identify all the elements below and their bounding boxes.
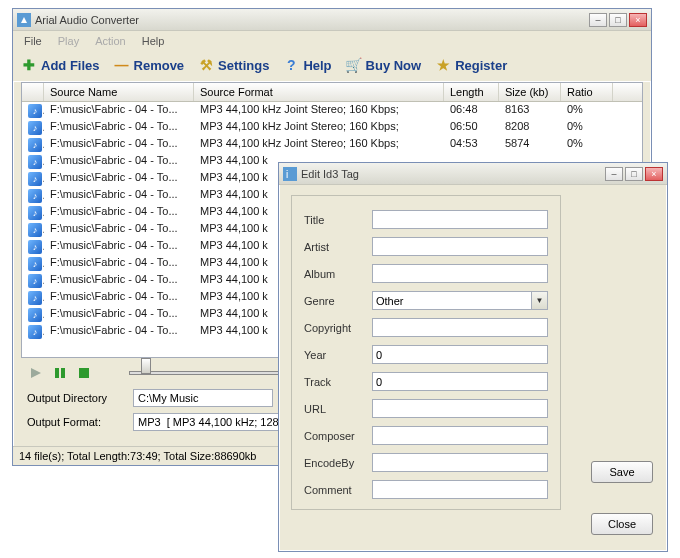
genre-select[interactable]: Other <box>372 291 548 310</box>
svg-rect-2 <box>61 368 65 378</box>
cell-source-name: F:\music\Fabric - 04 - To... <box>44 204 194 221</box>
menu-help[interactable]: Help <box>135 33 172 49</box>
col-source-format[interactable]: Source Format <box>194 83 444 101</box>
svg-rect-3 <box>79 368 89 378</box>
play-button[interactable] <box>27 364 45 382</box>
main-titlebar[interactable]: Arial Audio Converter – □ × <box>13 9 651 31</box>
minimize-button[interactable]: – <box>589 13 607 27</box>
maximize-button[interactable]: □ <box>609 13 627 27</box>
artist-input[interactable] <box>372 237 548 256</box>
dialog-titlebar[interactable]: i Edit Id3 Tag – □ × <box>279 163 667 185</box>
cell-length: 06:48 <box>444 102 499 119</box>
copyright-input[interactable] <box>372 318 548 337</box>
id3-form: Title Artist Album Genre Other ▼ Copyrig… <box>291 195 561 510</box>
add-files-label: Add Files <box>41 58 100 73</box>
music-file-icon: ♪ <box>28 121 42 135</box>
col-size[interactable]: Size (kb) <box>499 83 561 101</box>
music-file-icon: ♪ <box>28 223 42 237</box>
dialog-title: Edit Id3 Tag <box>301 168 601 180</box>
col-length[interactable]: Length <box>444 83 499 101</box>
help-button[interactable]: ? Help <box>283 57 331 73</box>
encodeby-label: EncodeBy <box>304 457 368 469</box>
cell-source-name: F:\music\Fabric - 04 - To... <box>44 221 194 238</box>
register-icon: ★ <box>435 57 451 73</box>
help-label: Help <box>303 58 331 73</box>
save-button[interactable]: Save <box>591 461 653 483</box>
dropdown-arrow-icon[interactable]: ▼ <box>531 292 547 309</box>
copyright-label: Copyright <box>304 322 368 334</box>
music-file-icon: ♪ <box>28 325 42 339</box>
list-header[interactable]: Source Name Source Format Length Size (k… <box>22 83 642 102</box>
col-icon[interactable] <box>22 83 44 101</box>
col-ratio[interactable]: Ratio <box>561 83 613 101</box>
music-file-icon: ♪ <box>28 138 42 152</box>
settings-button[interactable]: ⚒ Settings <box>198 57 269 73</box>
comment-input[interactable] <box>372 480 548 499</box>
composer-input[interactable] <box>372 426 548 445</box>
cell-source-name: F:\music\Fabric - 04 - To... <box>44 119 194 136</box>
cell-ratio: 0% <box>561 119 613 136</box>
cell-source-name: F:\music\Fabric - 04 - To... <box>44 153 194 170</box>
dialog-minimize-button[interactable]: – <box>605 167 623 181</box>
music-file-icon: ♪ <box>28 172 42 186</box>
cell-ratio: 0% <box>561 136 613 153</box>
menubar: File Play Action Help <box>13 31 651 51</box>
music-file-icon: ♪ <box>28 240 42 254</box>
title-input[interactable] <box>372 210 548 229</box>
dialog-close-button[interactable]: × <box>645 167 663 181</box>
music-file-icon: ♪ <box>28 274 42 288</box>
album-label: Album <box>304 268 368 280</box>
buy-label: Buy Now <box>366 58 422 73</box>
music-file-icon: ♪ <box>28 257 42 271</box>
track-input[interactable] <box>372 372 548 391</box>
settings-label: Settings <box>218 58 269 73</box>
cell-source-name: F:\music\Fabric - 04 - To... <box>44 136 194 153</box>
cell-source-name: F:\music\Fabric - 04 - To... <box>44 187 194 204</box>
svg-rect-1 <box>55 368 59 378</box>
music-file-icon: ♪ <box>28 189 42 203</box>
dialog-icon: i <box>283 167 297 181</box>
output-dir-input[interactable] <box>133 389 273 407</box>
composer-label: Composer <box>304 430 368 442</box>
year-input[interactable] <box>372 345 548 364</box>
music-file-icon: ♪ <box>28 291 42 305</box>
buy-now-button[interactable]: 🛒 Buy Now <box>346 57 422 73</box>
cell-ratio: 0% <box>561 102 613 119</box>
remove-label: Remove <box>134 58 185 73</box>
svg-text:i: i <box>286 169 288 180</box>
cell-source-format: MP3 44,100 kHz Joint Stereo; 160 Kbps; <box>194 136 444 153</box>
col-source-name[interactable]: Source Name <box>44 83 194 101</box>
toolbar: ✚ Add Files — Remove ⚒ Settings ? Help 🛒… <box>13 51 651 82</box>
cell-source-name: F:\music\Fabric - 04 - To... <box>44 323 194 340</box>
url-input[interactable] <box>372 399 548 418</box>
dialog-maximize-button[interactable]: □ <box>625 167 643 181</box>
music-file-icon: ♪ <box>28 104 42 118</box>
pause-button[interactable] <box>51 364 69 382</box>
close-dialog-button[interactable]: Close <box>591 513 653 535</box>
close-button[interactable]: × <box>629 13 647 27</box>
album-input[interactable] <box>372 264 548 283</box>
register-button[interactable]: ★ Register <box>435 57 507 73</box>
cell-size: 8208 <box>499 119 561 136</box>
list-item[interactable]: ♪F:\music\Fabric - 04 - To...MP3 44,100 … <box>22 102 642 119</box>
title-label: Title <box>304 214 368 226</box>
artist-label: Artist <box>304 241 368 253</box>
list-item[interactable]: ♪F:\music\Fabric - 04 - To...MP3 44,100 … <box>22 136 642 153</box>
list-item[interactable]: ♪F:\music\Fabric - 04 - To...MP3 44,100 … <box>22 119 642 136</box>
add-files-button[interactable]: ✚ Add Files <box>21 57 100 73</box>
cell-source-format: MP3 44,100 kHz Joint Stereo; 160 Kbps; <box>194 102 444 119</box>
remove-button[interactable]: — Remove <box>114 57 185 73</box>
stop-button[interactable] <box>75 364 93 382</box>
slider-thumb[interactable] <box>141 358 151 374</box>
cart-icon: 🛒 <box>346 57 362 73</box>
output-dir-label: Output Directory <box>27 392 127 404</box>
menu-play[interactable]: Play <box>51 33 86 49</box>
app-icon <box>17 13 31 27</box>
year-label: Year <box>304 349 368 361</box>
music-file-icon: ♪ <box>28 206 42 220</box>
menu-file[interactable]: File <box>17 33 49 49</box>
cell-source-name: F:\music\Fabric - 04 - To... <box>44 289 194 306</box>
menu-action[interactable]: Action <box>88 33 133 49</box>
main-title: Arial Audio Converter <box>35 14 585 26</box>
encodeby-input[interactable] <box>372 453 548 472</box>
